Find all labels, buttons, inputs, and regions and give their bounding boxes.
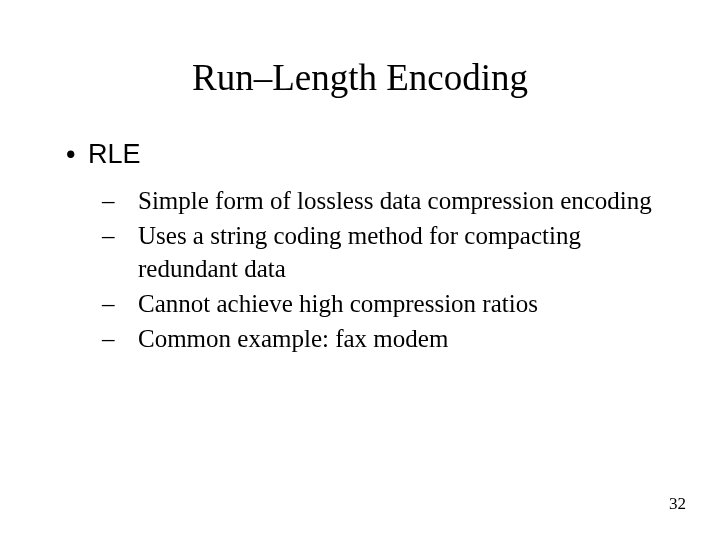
dash-icon: – bbox=[120, 287, 138, 320]
page-number: 32 bbox=[669, 494, 686, 514]
level1-text: RLE bbox=[88, 139, 141, 169]
level2-text: Cannot achieve high compression ratios bbox=[138, 290, 538, 317]
slide: Run–Length Encoding •RLE –Simple form of… bbox=[0, 0, 720, 540]
bullet-level2: –Uses a string coding method for compact… bbox=[120, 219, 660, 285]
level2-text: Uses a string coding method for compacti… bbox=[138, 222, 581, 282]
bullet-dot-icon: • bbox=[66, 139, 88, 170]
bullet-level2: –Simple form of lossless data compressio… bbox=[120, 184, 660, 217]
bullet-level2: –Common example: fax modem bbox=[120, 322, 660, 355]
dash-icon: – bbox=[120, 322, 138, 355]
bullet-level1: •RLE bbox=[66, 139, 660, 170]
dash-icon: – bbox=[120, 184, 138, 217]
slide-title: Run–Length Encoding bbox=[60, 56, 660, 99]
level2-text: Simple form of lossless data compression… bbox=[138, 187, 652, 214]
bullet-level2: –Cannot achieve high compression ratios bbox=[120, 287, 660, 320]
level2-text: Common example: fax modem bbox=[138, 325, 448, 352]
dash-icon: – bbox=[120, 219, 138, 252]
